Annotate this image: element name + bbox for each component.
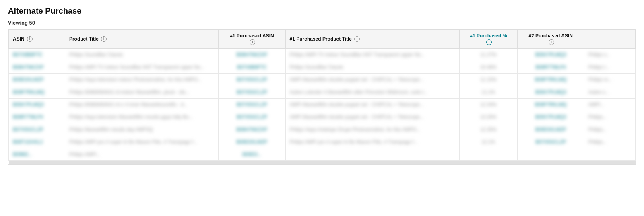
- cell-purchased-asin1-4: B07X5GCLZP: [219, 99, 285, 111]
- cell-purchased-asin1-2: B07X5GCLZP: [219, 74, 285, 86]
- purchased-title1-info-icon[interactable]: i: [354, 36, 360, 42]
- asin-link-1[interactable]: B08H7NKZXP: [13, 64, 44, 70]
- purchased-asin2-link-5[interactable]: B09X7PLMQ3: [535, 114, 566, 120]
- cell-extra-5: Philips...: [584, 111, 635, 123]
- asin-link-7[interactable]: B08T1GHXL2: [13, 139, 43, 145]
- table-row: B08R7TMLP4 Philips Haya television Maxwe…: [9, 111, 636, 123]
- purchased-pct1-info-icon[interactable]: i: [486, 39, 492, 45]
- cell-product-title-4: Philips 80868084641 tri-x 4 inner Maxwel…: [65, 99, 219, 111]
- scrollbar-row[interactable]: [9, 161, 636, 164]
- cell-purchased-pct1-1: 10.48%: [459, 61, 517, 74]
- cell-purchased-asin2-6: B09D3XLMZP: [517, 123, 584, 136]
- cell-product-title-8: Philips AMPI...: [65, 148, 219, 161]
- alternate-purchase-table: ASIN i Product Title i #1 Purchased ASIN: [8, 29, 636, 164]
- purchased-asin1-link-1[interactable]: B07X8B9FTC: [237, 64, 267, 70]
- cell-extra-1: Philips t...: [584, 61, 635, 74]
- purchased-asin1-link-7[interactable]: B09D3XLMZP: [237, 139, 268, 145]
- cell-purchased-title1-4: AMPI Maxwellfilm double puppet set - CHI…: [285, 99, 459, 111]
- purchased-asin2-link-6[interactable]: B09D3XLMZP: [535, 127, 566, 132]
- cell-product-title-2: Philips Haya television indoor Photosens…: [65, 74, 219, 86]
- cell-purchased-title1-5: AMPI Maxwellfilm double puppet set - CHI…: [285, 111, 459, 123]
- cell-purchased-asin2-0: B09X7PLMQ3: [517, 49, 584, 61]
- col-header-purchased-asin-1: #1 Purchased ASIN i: [219, 30, 285, 49]
- cell-extra-6: Philips...: [584, 123, 635, 136]
- cell-asin-3: B09P7RKLMQ: [9, 86, 65, 99]
- cell-extra-2: Philips m...: [584, 74, 635, 86]
- page-title: Alternate Purchase: [8, 6, 636, 16]
- purchased-asin1-link-4[interactable]: B07X5GCLZP: [237, 102, 267, 107]
- purchased-asin2-info-icon[interactable]: i: [549, 39, 554, 45]
- col-header-purchased-asin-2: #2 Purchased ASIN i: [517, 30, 584, 49]
- asin-link-6[interactable]: B07X5GCLZP: [13, 127, 43, 132]
- purchased-asin2-link-7[interactable]: B07X5GCLZP: [535, 139, 566, 145]
- table-row: B09D3XLMZP Philips Haya television indoo…: [9, 74, 636, 86]
- cell-purchased-asin1-8: B09D3...: [219, 148, 285, 161]
- col-header-product-title: Product Title i: [65, 30, 219, 49]
- cell-asin-6: B07X5GCLZP: [9, 123, 65, 136]
- purchased-asin2-link-0[interactable]: B09X7PLMQ3: [535, 52, 566, 58]
- asin-link-0[interactable]: B07X8B9FTC: [13, 52, 43, 58]
- cell-purchased-asin1-7: B09D3XLMZP: [219, 136, 285, 148]
- table-row: B07X8B9FTC Philips SoundBar Classic B08H…: [9, 49, 636, 61]
- purchased-asin1-link-8[interactable]: B09D3...: [243, 152, 262, 157]
- table-header-row: ASIN i Product Title i #1 Purchased ASIN: [9, 30, 636, 49]
- cell-purchased-title1-1: Philips SoundBar Classic: [285, 61, 459, 74]
- asin-link-5[interactable]: B08R7TMLP4: [13, 114, 43, 120]
- cell-product-title-1: Philips AMPI TV indoor SoundBar ANT Tran…: [65, 61, 219, 74]
- asin-link-3[interactable]: B09P7RKLMQ: [13, 89, 45, 95]
- cell-purchased-pct1-2: 11.15%: [459, 74, 517, 86]
- cell-asin-8: B09M2...: [9, 148, 65, 161]
- cell-purchased-pct1-6: 12.35%: [459, 123, 517, 136]
- cell-purchased-asin2-2: B09P7RKLMQ: [517, 74, 584, 86]
- cell-extra-3: Aubre s...: [584, 86, 635, 99]
- cell-purchased-pct1-5: 13.26%: [459, 111, 517, 123]
- purchased-asin1-link-5[interactable]: B07X5GCLZP: [237, 114, 267, 120]
- cell-purchased-asin2-1: B08R7TMLP4: [517, 61, 584, 74]
- purchased-asin1-link-6[interactable]: B08H7NKZXP: [237, 127, 268, 132]
- purchased-asin2-link-3[interactable]: B09X7PLMQ3: [535, 89, 566, 95]
- cell-purchased-asin2-5: B09X7PLMQ3: [517, 111, 584, 123]
- cell-asin-2: B09D3XLMZP: [9, 74, 65, 86]
- cell-product-title-6: Philips Maxwellfilm results day AMPSQ: [65, 123, 219, 136]
- cell-product-title-7: Philips AMPI pro 4 super tri Bo Maxon Fi…: [65, 136, 219, 148]
- cell-asin-7: B08T1GHXL2: [9, 136, 65, 148]
- cell-purchased-asin2-3: B09X7PLMQ3: [517, 86, 584, 99]
- product-title-info-icon[interactable]: i: [101, 36, 107, 42]
- table-row: B08T1GHXL2 Philips AMPI pro 4 super tri …: [9, 136, 636, 148]
- cell-asin-1: B08H7NKZXP: [9, 61, 65, 74]
- table-row: B09M2... Philips AMPI... B09D3...: [9, 148, 636, 161]
- cell-purchased-asin1-6: B08H7NKZXP: [219, 123, 285, 136]
- viewing-label: Viewing 50: [8, 20, 636, 26]
- purchased-asin1-link-0[interactable]: B08H7NKZXP: [237, 52, 268, 58]
- cell-purchased-asin1-0: B08H7NKZXP: [219, 49, 285, 61]
- purchased-asin1-link-2[interactable]: B07X5GCLZP: [237, 77, 267, 82]
- purchased-asin1-info-icon[interactable]: i: [250, 39, 255, 45]
- cell-asin-0: B07X8B9FTC: [9, 49, 65, 61]
- cell-purchased-title1-2: AMPI Maxwellfilm double puppet set - CHI…: [285, 74, 459, 86]
- purchased-asin2-link-2[interactable]: B09P7RKLMQ: [535, 77, 567, 82]
- table-row: B08H7NKZXP Philips AMPI TV indoor SoundB…: [9, 61, 636, 74]
- cell-extra-7: Philips...: [584, 136, 635, 148]
- cell-extra-4: AMPI...: [584, 99, 635, 111]
- asin-link-4[interactable]: B09X7PLMQ3: [13, 102, 44, 107]
- cell-purchased-asin2-4: B09P7RKLMQ: [517, 99, 584, 111]
- col-header-purchased-pct-1: #1 Purchased % i: [459, 30, 517, 49]
- cell-product-title-0: Philips SoundBar Classic: [65, 49, 219, 61]
- cell-purchased-asin2-8: [517, 148, 584, 161]
- col-header-extra: [584, 30, 635, 49]
- cell-product-title-5: Philips Haya television Maxwellfilm resu…: [65, 111, 219, 123]
- purchased-asin1-link-3[interactable]: B07X5GCLZP: [237, 89, 267, 95]
- purchased-asin2-link-4[interactable]: B09P7RKLMQ: [535, 102, 567, 107]
- cell-asin-4: B09X7PLMQ3: [9, 99, 65, 111]
- purchased-asin2-link-1[interactable]: B08R7TMLP4: [536, 64, 566, 70]
- asin-info-icon[interactable]: i: [27, 36, 33, 42]
- cell-asin-5: B08R7TMLP4: [9, 111, 65, 123]
- col-header-asin: ASIN i: [9, 30, 65, 49]
- asin-link-8[interactable]: B09M2...: [13, 152, 32, 157]
- asin-link-2[interactable]: B09D3XLMZP: [13, 77, 44, 82]
- cell-purchased-pct1-3: 11.1%: [459, 86, 517, 99]
- cell-purchased-pct1-0: 11.27%: [459, 49, 517, 61]
- cell-purchased-title1-0: Philips AMPI TV indoor SoundBar ANT Tran…: [285, 49, 459, 61]
- table-row: B09P7RKLMQ Philips 80868084641 tri-indoo…: [9, 86, 636, 99]
- cell-purchased-asin1-3: B07X5GCLZP: [219, 86, 285, 99]
